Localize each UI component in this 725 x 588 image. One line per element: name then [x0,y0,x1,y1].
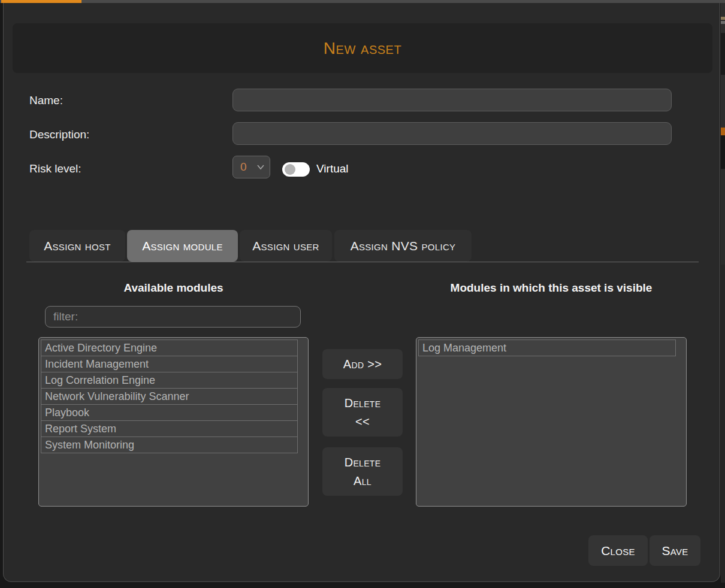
list-item[interactable]: Network Vulnerability Scanner [41,388,298,405]
close-button-label: Close [601,544,635,558]
add-button-label: Add >> [343,355,382,374]
list-item[interactable]: Log Correlation Engine [41,372,298,389]
save-button[interactable]: Save [650,535,700,566]
tab-assign-user[interactable]: Assign user [240,230,332,262]
list-item[interactable]: Incident Management [41,356,298,372]
risk-level-value: 0 [240,160,247,174]
dialog-header: New asset [13,23,712,73]
tab-divider-line [26,262,699,262]
tab-assign-module[interactable]: Assign module [127,230,238,262]
name-input[interactable] [232,89,672,111]
save-button-label: Save [661,544,688,558]
delete-button[interactable]: Delete << [322,388,403,437]
delete-button-label-line2: << [355,413,370,431]
background-page-sliver [721,3,725,583]
name-label: Name: [29,94,63,107]
sliver-glyph [721,17,725,20]
list-item[interactable]: Log Management [418,340,676,356]
screen: New asset Name: Description: Risk level:… [0,0,725,588]
filter-input[interactable] [45,306,301,328]
sliver-glyph [721,21,725,24]
delete-all-button[interactable]: Delete All [322,447,403,496]
description-label: Description: [29,128,89,141]
virtual-toggle[interactable] [282,162,310,177]
list-item[interactable]: Active Directory Engine [41,340,298,356]
top-loading-bar [0,0,725,3]
delete-all-button-label-line2: All [354,472,371,490]
loading-progress-bar [1,0,81,3]
list-item[interactable]: System Monitoring [41,437,298,453]
virtual-toggle-knob [285,164,295,175]
sliver-block [721,75,725,128]
delete-button-label-line1: Delete [345,394,381,413]
assigned-modules-heading: Modules in which this asset is visible [416,281,687,295]
sliver-block [721,169,725,265]
tab-assign-nvs-policy[interactable]: Assign NVS policy [334,230,472,262]
new-asset-dialog: New asset Name: Description: Risk level:… [3,3,720,582]
close-button[interactable]: Close [588,535,648,566]
assigned-modules-listbox[interactable]: Log Management [416,337,687,507]
sliver-orange-accent [721,128,725,135]
add-button[interactable]: Add >> [322,349,403,379]
risk-level-label: Risk level: [29,162,81,175]
sliver-block [721,135,725,169]
list-item[interactable]: Playbook [41,404,298,421]
risk-level-select[interactable]: 0 [232,156,270,178]
delete-all-button-label-line1: Delete [345,453,381,472]
chevron-down-icon [257,165,264,169]
tab-assign-host[interactable]: Assign host [29,230,125,262]
virtual-label: Virtual [316,162,349,175]
dialog-title: New asset [324,39,401,58]
description-input[interactable] [232,122,672,145]
available-modules-listbox[interactable]: Active Directory Engine Incident Managem… [38,337,309,507]
sliver-block [721,33,725,75]
available-modules-heading: Available modules [38,281,309,295]
list-item[interactable]: Report System [41,420,298,437]
